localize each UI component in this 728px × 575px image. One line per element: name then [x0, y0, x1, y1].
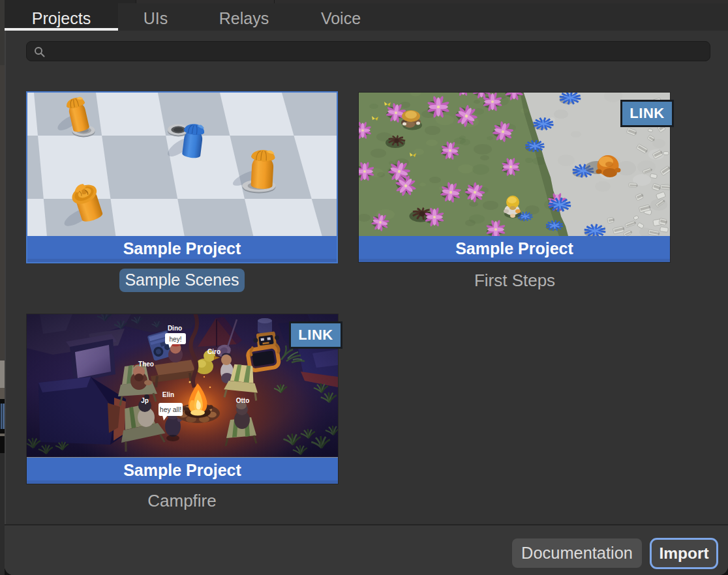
svg-text:Theo: Theo	[138, 361, 154, 368]
svg-text:Elin: Elin	[162, 391, 174, 398]
svg-text:hey all!: hey all!	[160, 405, 181, 413]
svg-text:Jp: Jp	[141, 397, 149, 404]
svg-text:Dino: Dino	[168, 325, 182, 332]
svg-text:Otto: Otto	[236, 397, 250, 404]
svg-text:hey!: hey!	[170, 336, 182, 343]
svg-text:Ciro: Ciro	[207, 348, 220, 355]
